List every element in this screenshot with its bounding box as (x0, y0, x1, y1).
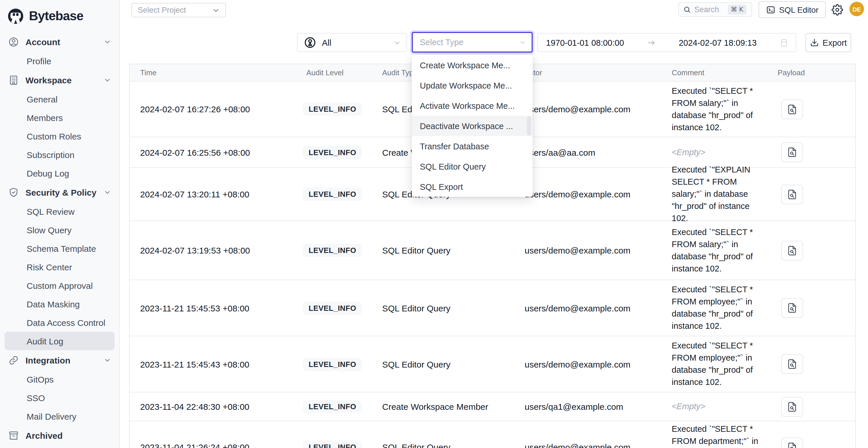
brand-name: Bytebase (29, 8, 83, 24)
dropdown-item-create-workspace-member[interactable]: Create Workspace Me... (412, 55, 533, 75)
sidebar-item-data-access-control[interactable]: Data Access Control (5, 313, 115, 332)
sidebar-item-security-policy[interactable]: Security & Policy (0, 182, 119, 202)
link-icon (8, 354, 19, 365)
payload-view-button[interactable] (781, 142, 803, 162)
chevron-down-icon (519, 38, 526, 46)
sidebar-item-members[interactable]: Members (5, 108, 115, 127)
export-button[interactable]: Export (805, 33, 851, 52)
comment-cell: Executed `"EXPLAIN SELECT * FROM salary;… (661, 164, 767, 225)
sidebar-item-label: GitOps (27, 374, 54, 384)
sidebar-item-subscription[interactable]: Subscription (5, 145, 115, 164)
comment-cell: <Empty> (661, 146, 767, 158)
time-cell: 2023-11-04 22:48:30 +08:00 (130, 402, 296, 412)
time-cell: 2023-11-21 15:45:43 +08:00 (130, 359, 296, 369)
settings-gear-icon[interactable] (832, 3, 844, 16)
dropdown-item-update-workspace-member[interactable]: Update Workspace Me... (412, 75, 533, 96)
sidebar-item-slow-query[interactable]: Slow Query (5, 221, 115, 239)
sidebar-item-custom-roles[interactable]: Custom Roles (5, 127, 115, 145)
sidebar-item-label: Account (26, 37, 97, 46)
search-input[interactable] (694, 5, 724, 14)
actor-filter-value: All (322, 38, 388, 47)
sidebar-item-data-masking[interactable]: Data Masking (5, 295, 115, 313)
sidebar-item-label: Data Access Control (27, 318, 105, 327)
actor-cell: users/demo@example.com (514, 189, 661, 199)
audit-level-cell: LEVEL_INFO (296, 441, 372, 448)
sql-editor-label: SQL Editor (779, 5, 818, 14)
comment-cell: Executed `"SELECT * FROM department;"` i… (661, 423, 767, 448)
brand-logo[interactable]: Bytebase (0, 0, 119, 32)
payload-view-button[interactable] (781, 397, 803, 416)
global-search[interactable]: ⌘ K (678, 2, 752, 17)
dropdown-item-activate-workspace-member[interactable]: Activate Workspace Me... (412, 96, 533, 116)
dropdown-item-sql-editor-query[interactable]: SQL Editor Query (412, 156, 533, 177)
column-header-comment: Comment (661, 68, 767, 77)
sidebar-item-label: Data Masking (27, 299, 80, 309)
user-avatar[interactable]: DE (849, 2, 864, 16)
payload-view-button[interactable] (781, 354, 803, 374)
user-avatar-icon (304, 36, 316, 49)
level-badge: LEVEL_INFO (303, 146, 362, 159)
payload-view-button[interactable] (781, 298, 803, 318)
payload-view-button[interactable] (781, 184, 803, 204)
sidebar-item-profile[interactable]: Profile (5, 52, 115, 70)
sidebar-item-sql-review[interactable]: SQL Review (5, 202, 115, 221)
payload-cell (767, 142, 855, 162)
sidebar-item-label: General (27, 94, 58, 104)
sidebar-item-account[interactable]: Account (0, 32, 119, 52)
sidebar-item-risk-center[interactable]: Risk Center (5, 258, 115, 276)
dropdown-item-deactivate-workspace-member[interactable]: Deactivate Workspace ... (412, 116, 533, 136)
audit-type-cell: SQL Editor Query (372, 442, 514, 448)
sidebar-nav: Account Profile Workspace General Member… (0, 32, 119, 445)
sidebar-item-mail-delivery[interactable]: Mail Delivery (5, 407, 115, 425)
dropdown-item-transfer-database[interactable]: Transfer Database (412, 136, 533, 156)
project-select-placeholder: Select Project (138, 6, 186, 14)
sidebar-item-sso[interactable]: SSO (5, 388, 115, 407)
payload-cell (767, 437, 855, 448)
date-range-picker[interactable]: 1970-01-01 08:00:00 2024-02-07 18:09:13 (537, 33, 796, 52)
sidebar-item-schema-template[interactable]: Schema Template (5, 239, 115, 258)
sidebar-item-gitops[interactable]: GitOps (5, 370, 115, 388)
sidebar-item-custom-approval[interactable]: Custom Approval (5, 276, 115, 295)
bytebase-logo-icon (7, 7, 24, 25)
payload-cell (767, 397, 855, 416)
terminal-icon (766, 5, 775, 14)
sql-editor-button[interactable]: SQL Editor (758, 1, 826, 18)
audit-type-cell: SQL Editor Query (372, 303, 514, 313)
chevron-down-icon (104, 38, 111, 45)
sidebar-item-audit-log[interactable]: Audit Log (5, 332, 115, 350)
audit-level-cell: LEVEL_INFO (296, 146, 372, 159)
sidebar-item-general[interactable]: General (5, 90, 115, 108)
time-cell: 2024-02-07 13:19:53 +08:00 (130, 246, 296, 255)
actor-cell: users/aa@aa.com (514, 147, 661, 157)
sidebar-item-label: Slow Query (27, 225, 71, 235)
payload-cell (767, 354, 855, 374)
chevron-down-icon (104, 188, 111, 196)
actor-filter-select[interactable]: All (297, 33, 407, 52)
archive-icon (8, 430, 19, 441)
sidebar-item-workspace[interactable]: Workspace (0, 70, 119, 90)
column-header-payload: Payload (767, 68, 855, 77)
column-header-actor: Actor (514, 68, 661, 77)
time-cell: 2024-02-07 16:25:56 +08:00 (130, 147, 296, 157)
project-select[interactable]: Select Project (131, 3, 226, 18)
chevron-down-icon (393, 39, 401, 46)
actor-cell: users/demo@example.com (514, 359, 661, 369)
actor-cell: users/demo@example.com (514, 303, 661, 313)
audit-type-cell: Create Workspace Member (372, 402, 514, 412)
sidebar-item-integration[interactable]: Integration (0, 350, 119, 370)
payload-view-button[interactable] (781, 99, 803, 119)
sidebar-item-archived[interactable]: Archived (0, 425, 119, 445)
payload-view-button[interactable] (781, 437, 803, 448)
sidebar: Bytebase Account Profile Workspace Gener… (0, 0, 120, 448)
chevron-down-icon (104, 76, 111, 84)
chevron-down-icon (212, 6, 219, 14)
dropdown-item-sql-export[interactable]: SQL Export (412, 177, 533, 197)
payload-view-button[interactable] (781, 241, 803, 260)
audit-level-cell: LEVEL_INFO (296, 301, 372, 315)
sidebar-item-label: Debug Log (27, 168, 69, 178)
time-cell: 2023-11-04 21:26:24 +08:00 (130, 442, 296, 448)
sidebar-item-debug-log[interactable]: Debug Log (5, 164, 115, 182)
type-filter-select[interactable]: Select Type (412, 32, 533, 53)
payload-cell (767, 99, 855, 119)
dropdown-scrollbar-thumb[interactable] (527, 116, 531, 135)
